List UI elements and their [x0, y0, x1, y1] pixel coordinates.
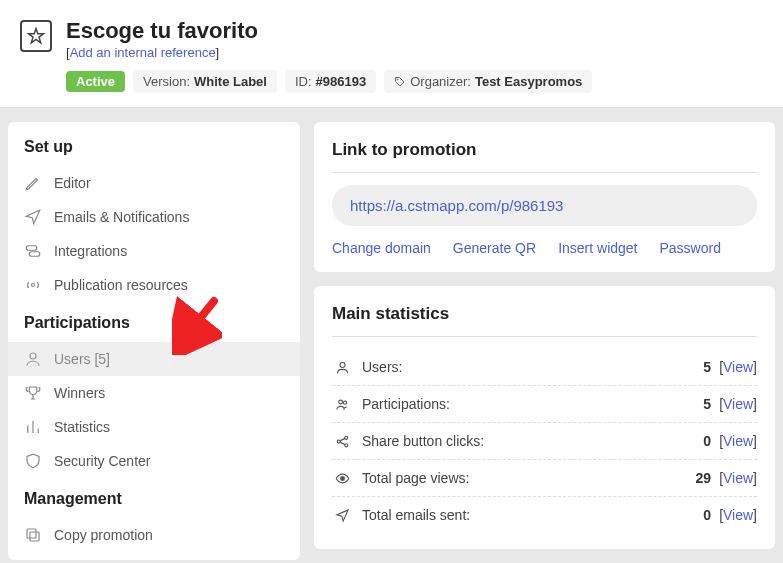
- sidebar-item-statistics[interactable]: Statistics: [8, 410, 300, 444]
- send-icon: [332, 508, 352, 523]
- sidebar-section-participations: Participations: [8, 314, 300, 342]
- tag-icon: [394, 76, 406, 88]
- change-domain-link[interactable]: Change domain: [332, 240, 431, 256]
- sidebar-item-copy-promotion[interactable]: Copy promotion: [8, 518, 300, 552]
- page-title: Escoge tu favorito: [66, 18, 763, 44]
- svg-point-9: [343, 401, 346, 404]
- generate-qr-link[interactable]: Generate QR: [453, 240, 536, 256]
- view-pageviews-link[interactable]: View: [719, 470, 757, 486]
- stat-row-emails: Total emails sent: 0 View: [332, 497, 757, 533]
- link-panel-title: Link to promotion: [332, 140, 757, 173]
- svg-rect-2: [29, 252, 40, 257]
- svg-point-0: [397, 79, 398, 80]
- user-icon: [332, 360, 352, 375]
- link-panel: Link to promotion https://a.cstmapp.com/…: [314, 122, 775, 272]
- sidebar-item-editor[interactable]: Editor: [8, 166, 300, 200]
- stat-row-shares: Share button clicks: 0 View: [332, 423, 757, 460]
- stats-panel: Main statistics Users: 5 View Participat…: [314, 286, 775, 549]
- user-icon: [24, 350, 42, 368]
- trophy-icon: [24, 384, 42, 402]
- copy-icon: [24, 526, 42, 544]
- eye-icon: [332, 471, 352, 486]
- send-icon: [24, 208, 42, 226]
- version-pill: Version: White Label: [133, 70, 277, 93]
- stat-row-participations: Participations: 5 View: [332, 386, 757, 423]
- sidebar-section-management: Management: [8, 490, 300, 518]
- view-shares-link[interactable]: View: [719, 433, 757, 449]
- pencil-icon: [24, 174, 42, 192]
- promotion-url[interactable]: https://a.cstmapp.com/p/986193: [332, 185, 757, 226]
- toggle-icon: [24, 242, 42, 260]
- stat-row-pageviews: Total page views: 29 View: [332, 460, 757, 497]
- svg-rect-5: [30, 532, 39, 541]
- organizer-pill: Organizer: Test Easypromos: [384, 70, 592, 93]
- insert-widget-link[interactable]: Insert widget: [558, 240, 637, 256]
- add-internal-reference-link[interactable]: Add an internal reference: [66, 45, 219, 60]
- view-emails-link[interactable]: View: [719, 507, 757, 523]
- broadcast-icon: [24, 276, 42, 294]
- svg-point-3: [32, 284, 35, 287]
- sidebar-item-emails[interactable]: Emails & Notifications: [8, 200, 300, 234]
- sidebar-item-publication[interactable]: Publication resources: [8, 268, 300, 302]
- stat-row-users: Users: 5 View: [332, 349, 757, 386]
- password-link[interactable]: Password: [660, 240, 721, 256]
- view-users-link[interactable]: View: [719, 359, 757, 375]
- svg-point-8: [338, 400, 342, 404]
- sidebar-item-winners[interactable]: Winners: [8, 376, 300, 410]
- status-badge: Active: [66, 71, 125, 92]
- svg-point-7: [340, 362, 345, 367]
- sidebar: Set up Editor Emails & Notifications Int…: [8, 122, 300, 560]
- users-icon: [332, 397, 352, 412]
- share-icon: [332, 434, 352, 449]
- sidebar-item-users[interactable]: Users [5]: [8, 342, 300, 376]
- page-header: Escoge tu favorito Add an internal refer…: [0, 0, 783, 108]
- bars-icon: [24, 418, 42, 436]
- promo-logo: [20, 20, 52, 52]
- sidebar-section-setup: Set up: [8, 138, 300, 166]
- svg-rect-1: [26, 246, 37, 251]
- sidebar-item-security[interactable]: Security Center: [8, 444, 300, 478]
- svg-point-4: [30, 353, 36, 359]
- shield-icon: [24, 452, 42, 470]
- svg-rect-6: [27, 529, 36, 538]
- sidebar-item-integrations[interactable]: Integrations: [8, 234, 300, 268]
- view-participations-link[interactable]: View: [719, 396, 757, 412]
- svg-point-13: [340, 476, 344, 480]
- id-pill: ID: #986193: [285, 70, 376, 93]
- stats-panel-title: Main statistics: [332, 304, 757, 337]
